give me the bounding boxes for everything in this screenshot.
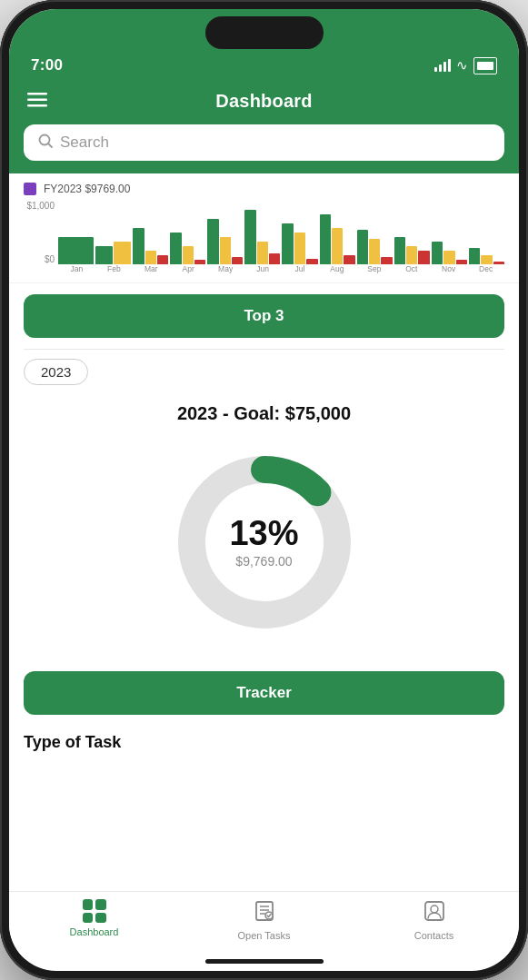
donut-chart: 13% $9,769.00 [164,442,364,642]
y-axis-top: $1,000 [24,201,55,211]
legend-fy-label: FY2023 $9769.00 [44,183,130,195]
x-label-mar: Mar [133,264,170,273]
bar-jan [58,237,94,264]
main-content: FY2023 $9769.00 $1,000 $0 [9,173,519,891]
svg-rect-0 [27,93,47,95]
svg-rect-1 [27,99,47,102]
type-of-task-heading: Type of Task [9,722,519,756]
contacts-icon [423,899,446,926]
chart-bars-area: Jan Feb Mar Apr May Jun Jul Aug Sep Oct … [58,201,504,282]
nav-label-open-tasks: Open Tasks [238,930,291,941]
hamburger-icon[interactable] [27,91,47,112]
bar-oct [394,237,430,264]
x-label-feb: Feb [95,264,133,273]
bar-may [207,219,243,264]
donut-center: 13% $9,769.00 [229,516,298,569]
donut-amount: $9,769.00 [229,554,298,569]
year-badge[interactable]: 2023 [24,359,88,385]
nav-label-contacts: Contacts [414,930,453,941]
dynamic-island [205,16,324,49]
bars-container [58,201,504,264]
home-indicator [205,959,324,964]
x-label-aug: Aug [318,264,355,273]
x-label-jun: Jun [244,264,282,273]
x-label-sep: Sep [355,264,393,273]
chart-y-axis: $1,000 $0 [24,201,58,282]
x-label-jul: Jul [282,264,319,273]
svg-point-13 [431,906,438,913]
chart-area: $1,000 $0 [24,201,504,282]
nav-label-dashboard: Dashboard [70,926,119,937]
search-icon [38,134,53,152]
x-label-apr: Apr [170,264,207,273]
chart-section: FY2023 $9769.00 $1,000 $0 [9,173,519,283]
x-label-jan: Jan [58,264,95,273]
phone-frame: 7:00 ∿ [0,0,528,980]
search-container: Search [9,124,519,173]
bar-aug [320,214,355,264]
status-icons: ∿ [434,57,497,74]
legend-color [24,183,36,195]
search-bar[interactable]: Search [24,124,504,161]
bar-jul [282,223,317,264]
open-tasks-icon [253,899,276,926]
bar-mar [133,228,168,264]
y-axis-bottom: $0 [24,254,55,264]
chart-legend: FY2023 $9769.00 [24,183,504,195]
year-filter: 2023 [9,350,519,392]
tracker-button-wrap: Tracker [9,668,519,722]
wifi-icon: ∿ [456,57,468,74]
bar-jun [244,210,280,264]
bottom-nav: Dashboard Open Tasks [9,891,519,959]
bar-sep [357,230,393,264]
x-axis-labels: Jan Feb Mar Apr May Jun Jul Aug Sep Oct … [58,264,504,273]
dashboard-icon [83,899,106,923]
nav-item-dashboard[interactable]: Dashboard [9,899,179,941]
app-header: Dashboard [9,82,519,124]
top3-button[interactable]: Top 3 [24,294,504,338]
bar-dec [469,248,504,264]
bar-apr [170,233,205,264]
tracker-button[interactable]: Tracker [24,671,504,715]
battery-icon [473,57,497,74]
status-time: 7:00 [31,56,63,74]
svg-rect-2 [27,104,47,107]
bar-nov [432,242,467,264]
goal-title: 2023 - Goal: $75,000 [24,403,504,424]
phone-screen: 7:00 ∿ [9,9,519,971]
signal-icon [434,59,451,72]
x-label-oct: Oct [393,264,430,273]
nav-item-open-tasks[interactable]: Open Tasks [179,899,349,941]
x-label-may: May [207,264,244,273]
nav-item-contacts[interactable]: Contacts [349,899,519,941]
goal-section: 2023 - Goal: $75,000 13% $9,769.00 [9,392,519,668]
donut-percent: 13% [229,516,298,550]
svg-line-4 [48,144,52,147]
page-title: Dashboard [215,91,312,112]
bar-feb [95,242,131,264]
x-label-nov: Nov [430,264,467,273]
x-label-dec: Dec [467,264,504,273]
search-placeholder: Search [60,134,109,152]
